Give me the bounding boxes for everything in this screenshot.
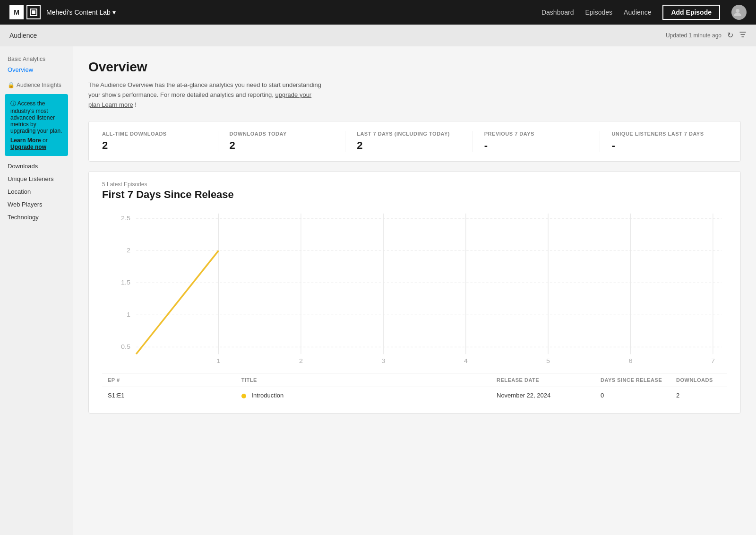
svg-text:4: 4: [464, 358, 468, 364]
stat-label-1: DOWNLOADS TODAY: [230, 131, 345, 137]
refresh-icon[interactable]: ↻: [727, 31, 733, 40]
episodes-link[interactable]: Episodes: [585, 9, 612, 16]
sidebar-item-overview[interactable]: Overview: [0, 63, 73, 76]
chart-svg: 2.5 2 1.5 1 0.5 1 2 3: [102, 208, 727, 369]
main-layout: Basic Analytics Overview 🔒 Audience Insi…: [0, 46, 756, 535]
audience-breadcrumb: Audience: [9, 32, 37, 39]
chart-area: 2.5 2 1.5 1 0.5 1 2 3: [102, 208, 727, 369]
filter-icon[interactable]: [739, 31, 747, 40]
svg-text:1: 1: [127, 312, 130, 319]
dashboard-link[interactable]: Dashboard: [541, 9, 574, 16]
chart-title: First 7 Days Since Release: [102, 189, 727, 201]
logo-group: M: [9, 5, 41, 19]
cell-days-since: 0: [595, 387, 670, 404]
cell-downloads: 2: [670, 387, 727, 404]
episode-dot: [241, 394, 246, 398]
table-row: S1:E1 Introduction November 22, 2024 0 2: [102, 387, 727, 404]
sub-header-right: Updated 1 minute ago ↻: [666, 31, 747, 40]
stat-unique-listeners: UNIQUE LISTENERS LAST 7 DAYS -: [600, 131, 727, 152]
svg-text:7: 7: [711, 358, 715, 364]
col-ep: EP #: [102, 373, 236, 387]
learn-more-link[interactable]: Learn More: [10, 137, 41, 144]
svg-text:1.5: 1.5: [121, 280, 130, 286]
page-description: The Audience Overview has the at-a-glanc…: [88, 80, 325, 110]
upgrade-box-text: Access the industry's most advanced list…: [10, 100, 62, 134]
chart-subtitle: 5 Latest Episodes: [102, 181, 727, 188]
workspace-selector[interactable]: Mehedi's Content Lab ▾: [46, 9, 116, 16]
stat-label-3: PREVIOUS 7 DAYS: [484, 131, 600, 137]
cell-ep: S1:E1: [102, 387, 236, 404]
svg-text:1: 1: [217, 358, 221, 364]
workspace-name-label: Mehedi's Content Lab: [46, 9, 111, 16]
sidebar-item-location[interactable]: Location: [0, 185, 73, 198]
page-title: Overview: [88, 60, 741, 75]
nav-right: Dashboard Episodes Audience Add Episode …: [541, 5, 747, 20]
or-text: or: [43, 137, 48, 144]
add-episode-button[interactable]: Add Episode: [662, 5, 720, 20]
page-desc-end: !: [135, 101, 137, 108]
stat-value-0: 2: [102, 139, 218, 152]
logo-box-outline: [26, 5, 41, 19]
stats-card: ALL-TIME DOWNLOADS 2 DOWNLOADS TODAY 2 L…: [88, 121, 741, 162]
updated-text: Updated 1 minute ago: [666, 32, 722, 39]
col-downloads: DOWNLOADS: [670, 373, 727, 387]
svg-text:2: 2: [299, 358, 303, 364]
sidebar-item-web-players[interactable]: Web Players: [0, 198, 73, 211]
audience-insights-title: 🔒 Audience Insights: [0, 76, 73, 90]
upgrade-box: ⓘ Access the industry's most advanced li…: [5, 94, 68, 156]
upgrade-now-button[interactable]: Upgrade now: [10, 144, 46, 150]
episode-title: Introduction: [251, 392, 284, 399]
cell-title: Introduction: [236, 387, 491, 404]
stat-value-4: -: [611, 139, 727, 152]
svg-text:2.5: 2.5: [121, 216, 130, 222]
logo-box-filled: M: [9, 5, 24, 19]
top-nav: M Mehedi's Content Lab ▾ Dashboard Episo…: [0, 0, 756, 25]
col-title: TITLE: [236, 373, 491, 387]
stat-downloads-today: DOWNLOADS TODAY 2: [218, 131, 345, 152]
basic-analytics-title: Basic Analytics: [0, 54, 73, 63]
svg-text:5: 5: [546, 358, 550, 364]
svg-text:0.5: 0.5: [121, 344, 130, 351]
info-icon: ⓘ: [10, 100, 16, 107]
lock-icon: 🔒: [8, 82, 15, 88]
stat-value-3: -: [484, 139, 600, 152]
col-release-date: RELEASE DATE: [491, 373, 595, 387]
svg-rect-1: [32, 10, 35, 14]
episodes-table: EP # TITLE RELEASE DATE DAYS SINCE RELEA…: [102, 373, 727, 404]
stat-value-1: 2: [230, 139, 345, 152]
chart-line: [136, 251, 218, 354]
audience-link[interactable]: Audience: [624, 9, 651, 16]
logo-text: M: [14, 9, 19, 16]
sidebar-item-downloads[interactable]: Downloads: [0, 160, 73, 173]
sidebar-item-technology[interactable]: Technology: [0, 211, 73, 224]
stat-label-0: ALL-TIME DOWNLOADS: [102, 131, 218, 137]
svg-text:6: 6: [629, 358, 633, 364]
stat-last-7-days: LAST 7 DAYS (INCLUDING TODAY) 2: [345, 131, 472, 152]
svg-text:3: 3: [381, 358, 385, 364]
stat-value-2: 2: [357, 139, 472, 152]
avatar[interactable]: ▾: [731, 5, 747, 20]
cell-release-date: November 22, 2024: [491, 387, 595, 404]
nav-left: M Mehedi's Content Lab ▾: [9, 5, 116, 19]
svg-text:2: 2: [127, 248, 130, 254]
chart-card: 5 Latest Episodes First 7 Days Since Rel…: [88, 171, 741, 414]
workspace-chevron: ▾: [112, 9, 116, 16]
stat-label-4: UNIQUE LISTENERS LAST 7 DAYS: [611, 131, 727, 137]
col-days-since: DAYS SINCE RELEASE: [595, 373, 670, 387]
stat-all-time-downloads: ALL-TIME DOWNLOADS 2: [102, 131, 218, 152]
svg-point-2: [736, 9, 739, 13]
sidebar: Basic Analytics Overview 🔒 Audience Insi…: [0, 46, 73, 535]
main-content: Overview The Audience Overview has the a…: [73, 46, 756, 535]
sub-header: Audience Updated 1 minute ago ↻: [0, 25, 756, 46]
stat-label-2: LAST 7 DAYS (INCLUDING TODAY): [357, 131, 472, 137]
stat-previous-7-days: PREVIOUS 7 DAYS -: [472, 131, 600, 152]
sidebar-item-unique-listeners[interactable]: Unique Listeners: [0, 173, 73, 185]
